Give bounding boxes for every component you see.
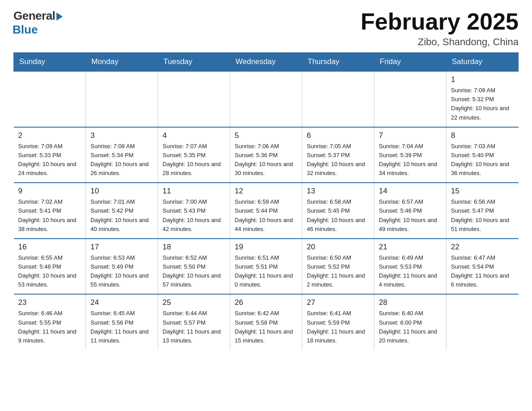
calendar-cell: 24Sunrise: 6:45 AMSunset: 5:56 PMDayligh… [86,294,158,350]
day-info: Sunrise: 6:52 AMSunset: 5:50 PMDaylight:… [163,253,225,290]
day-number: 10 [90,187,153,196]
day-number: 27 [307,298,369,307]
day-number: 18 [163,243,225,252]
calendar-location: Zibo, Shandong, China [360,36,519,48]
calendar-cell: 1Sunrise: 7:09 AMSunset: 5:32 PMDaylight… [446,71,519,127]
day-info: Sunrise: 6:59 AMSunset: 5:44 PMDaylight:… [235,197,297,234]
calendar-cell: 22Sunrise: 6:47 AMSunset: 5:54 PMDayligh… [446,239,519,295]
day-info: Sunrise: 6:57 AMSunset: 5:46 PMDaylight:… [379,197,442,234]
day-info: Sunrise: 6:45 AMSunset: 5:56 PMDaylight:… [90,309,153,345]
calendar-cell: 21Sunrise: 6:49 AMSunset: 5:53 PMDayligh… [374,239,446,295]
day-number: 16 [18,243,82,252]
calendar-cell: 26Sunrise: 6:42 AMSunset: 5:58 PMDayligh… [230,294,302,350]
weekday-header-friday: Friday [374,53,446,72]
calendar-cell: 5Sunrise: 7:06 AMSunset: 5:36 PMDaylight… [230,127,302,183]
calendar-cell [446,294,519,350]
calendar-cell: 20Sunrise: 6:50 AMSunset: 5:52 PMDayligh… [302,239,374,295]
day-info: Sunrise: 7:00 AMSunset: 5:43 PMDaylight:… [163,197,225,234]
day-info: Sunrise: 6:40 AMSunset: 6:00 PMDaylight:… [379,309,442,345]
day-info: Sunrise: 6:56 AMSunset: 5:47 PMDaylight:… [451,197,514,234]
day-info: Sunrise: 6:50 AMSunset: 5:52 PMDaylight:… [307,253,369,290]
day-number: 8 [451,131,514,140]
day-number: 25 [163,298,225,307]
calendar-cell: 17Sunrise: 6:53 AMSunset: 5:49 PMDayligh… [86,239,158,295]
weekday-header-wednesday: Wednesday [230,53,302,72]
day-number: 6 [307,131,369,140]
day-number: 17 [90,243,153,252]
calendar-cell: 4Sunrise: 7:07 AMSunset: 5:35 PMDaylight… [158,127,230,183]
day-info: Sunrise: 6:46 AMSunset: 5:55 PMDaylight:… [18,309,82,345]
day-info: Sunrise: 7:09 AMSunset: 5:33 PMDaylight:… [18,142,82,178]
calendar-cell: 19Sunrise: 6:51 AMSunset: 5:51 PMDayligh… [230,239,302,295]
calendar-cell: 9Sunrise: 7:02 AMSunset: 5:41 PMDaylight… [14,183,86,239]
day-info: Sunrise: 6:49 AMSunset: 5:53 PMDaylight:… [379,253,442,290]
calendar-cell: 15Sunrise: 6:56 AMSunset: 5:47 PMDayligh… [446,183,519,239]
calendar-cell: 13Sunrise: 6:58 AMSunset: 5:45 PMDayligh… [302,183,374,239]
calendar-week-row: 1Sunrise: 7:09 AMSunset: 5:32 PMDaylight… [14,71,519,127]
day-number: 22 [451,243,514,252]
calendar-cell: 14Sunrise: 6:57 AMSunset: 5:46 PMDayligh… [374,183,446,239]
calendar-cell: 11Sunrise: 7:00 AMSunset: 5:43 PMDayligh… [158,183,230,239]
page-header: General Blue February 2025 Zibo, Shandon… [13,9,519,48]
day-number: 15 [451,187,514,196]
logo-triangle-icon [56,13,63,21]
day-info: Sunrise: 6:47 AMSunset: 5:54 PMDaylight:… [451,253,514,290]
weekday-header-row: SundayMondayTuesdayWednesdayThursdayFrid… [14,53,519,72]
day-number: 4 [163,131,225,140]
weekday-header-saturday: Saturday [446,53,519,72]
calendar-cell: 23Sunrise: 6:46 AMSunset: 5:55 PMDayligh… [14,294,86,350]
calendar-cell: 27Sunrise: 6:41 AMSunset: 5:59 PMDayligh… [302,294,374,350]
calendar-cell [14,71,86,127]
calendar-cell [302,71,374,127]
calendar-cell [158,71,230,127]
day-number: 14 [379,187,442,196]
day-info: Sunrise: 6:44 AMSunset: 5:57 PMDaylight:… [163,309,225,345]
calendar-cell: 25Sunrise: 6:44 AMSunset: 5:57 PMDayligh… [158,294,230,350]
calendar-cell: 8Sunrise: 7:03 AMSunset: 5:40 PMDaylight… [446,127,519,183]
day-number: 9 [18,187,82,196]
day-info: Sunrise: 7:06 AMSunset: 5:36 PMDaylight:… [235,142,297,178]
day-number: 23 [18,298,82,307]
day-info: Sunrise: 7:01 AMSunset: 5:42 PMDaylight:… [90,197,153,234]
weekday-header-sunday: Sunday [14,53,86,72]
calendar-cell: 6Sunrise: 7:05 AMSunset: 5:37 PMDaylight… [302,127,374,183]
day-number: 19 [235,243,297,252]
calendar-cell [374,71,446,127]
day-number: 12 [235,187,297,196]
title-block: February 2025 Zibo, Shandong, China [360,9,519,48]
day-info: Sunrise: 7:09 AMSunset: 5:32 PMDaylight:… [451,86,514,122]
day-number: 24 [90,298,153,307]
day-number: 5 [235,131,297,140]
day-info: Sunrise: 6:41 AMSunset: 5:59 PMDaylight:… [307,309,369,345]
day-number: 26 [235,298,297,307]
day-info: Sunrise: 6:55 AMSunset: 5:48 PMDaylight:… [18,253,82,290]
day-number: 20 [307,243,369,252]
day-info: Sunrise: 7:03 AMSunset: 5:40 PMDaylight:… [451,142,514,178]
day-number: 1 [451,75,514,84]
calendar-cell: 28Sunrise: 6:40 AMSunset: 6:00 PMDayligh… [374,294,446,350]
calendar-table: SundayMondayTuesdayWednesdayThursdayFrid… [13,52,519,350]
day-number: 21 [379,243,442,252]
day-number: 2 [18,131,82,140]
day-number: 7 [379,131,442,140]
calendar-cell: 2Sunrise: 7:09 AMSunset: 5:33 PMDaylight… [14,127,86,183]
calendar-header: SundayMondayTuesdayWednesdayThursdayFrid… [14,53,519,72]
calendar-week-row: 9Sunrise: 7:02 AMSunset: 5:41 PMDaylight… [14,183,519,239]
day-info: Sunrise: 6:51 AMSunset: 5:51 PMDaylight:… [235,253,297,290]
calendar-week-row: 23Sunrise: 6:46 AMSunset: 5:55 PMDayligh… [14,294,519,350]
day-info: Sunrise: 7:02 AMSunset: 5:41 PMDaylight:… [18,197,82,234]
weekday-header-thursday: Thursday [302,53,374,72]
day-info: Sunrise: 7:08 AMSunset: 5:34 PMDaylight:… [90,142,153,178]
calendar-week-row: 16Sunrise: 6:55 AMSunset: 5:48 PMDayligh… [14,239,519,295]
day-number: 11 [163,187,225,196]
calendar-cell: 7Sunrise: 7:04 AMSunset: 5:39 PMDaylight… [374,127,446,183]
day-info: Sunrise: 6:53 AMSunset: 5:49 PMDaylight:… [90,253,153,290]
calendar-week-row: 2Sunrise: 7:09 AMSunset: 5:33 PMDaylight… [14,127,519,183]
day-info: Sunrise: 7:04 AMSunset: 5:39 PMDaylight:… [379,142,442,178]
calendar-cell: 10Sunrise: 7:01 AMSunset: 5:42 PMDayligh… [86,183,158,239]
calendar-cell: 18Sunrise: 6:52 AMSunset: 5:50 PMDayligh… [158,239,230,295]
day-number: 28 [379,298,442,307]
calendar-cell [230,71,302,127]
calendar-cell: 12Sunrise: 6:59 AMSunset: 5:44 PMDayligh… [230,183,302,239]
calendar-body: 1Sunrise: 7:09 AMSunset: 5:32 PMDaylight… [14,71,519,350]
